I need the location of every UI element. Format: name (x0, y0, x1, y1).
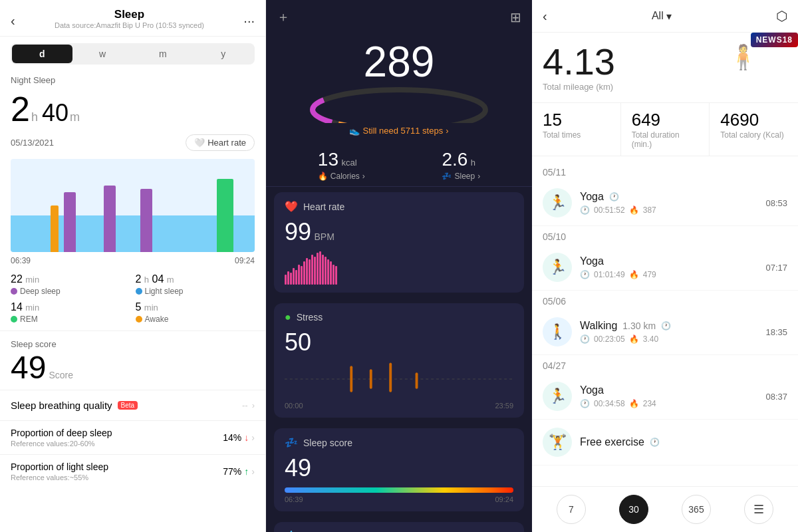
sleep-score-unit: Score (49, 370, 73, 380)
activity-item-yoga-0427[interactable]: 🏃 Yoga 🕐 00:34:58 🔥 234 08:37 (532, 374, 798, 420)
yoga-icon-wrap-0510: 🏃 (543, 253, 572, 282)
svg-rect-4 (350, 366, 352, 392)
period-tabs: d w m y (11, 43, 255, 65)
date-header-0510: 05/10 (532, 226, 798, 245)
sleep-bar-start: 06:39 (285, 495, 303, 503)
period-30-btn[interactable]: 30 (619, 495, 648, 524)
activity-name-0510: Yoga (580, 255, 604, 267)
rem-label: REM (20, 315, 38, 324)
mid-grid-icon[interactable]: ⊞ (510, 9, 521, 25)
total-times-label: Total times (543, 130, 610, 140)
left-header: ‹ Sleep Data source:Amazfit Bip U Pro (1… (0, 0, 265, 37)
activity-name-0506: Walking (580, 320, 617, 332)
calories-0510: 479 (643, 270, 656, 279)
sleep-stats: 22 min Deep sleep 2 h 04 m Light sleep 1… (0, 269, 265, 328)
more-icon[interactable]: ··· (243, 13, 255, 29)
chart-start-time: 06:39 (11, 256, 31, 265)
activity-item-exercise-0427[interactable]: 🏋️ Free exercise 🕐 (532, 420, 798, 466)
light-sleep-proportion-row[interactable]: Proportion of light sleep Reference valu… (0, 454, 265, 488)
middle-panel: ＋ ⊞ 289 👟 Still need 5711 steps › 13 kca… (266, 0, 532, 532)
clock-mini-icon-0427: 🕐 (580, 399, 590, 408)
sleep-bar-end: 09:24 (495, 495, 513, 503)
activity-name-exercise: Free exercise (580, 436, 644, 448)
mid-add-icon[interactable]: ＋ (277, 8, 290, 26)
deep-sleep-proportion-row[interactable]: Proportion of deep sleep Reference value… (0, 420, 265, 454)
up-arrow-icon: ↑ (244, 466, 249, 477)
breathing-quality-title: Sleep breathing quality (11, 400, 112, 411)
heart-rate-button[interactable]: 🤍 Heart rate (186, 134, 255, 151)
sleep-score-card-val: 49 (285, 454, 311, 481)
yoga-icon-wrap-0427: 🏃 (543, 382, 572, 411)
heart-rate-chart (285, 251, 513, 285)
activity-item-yoga-0511[interactable]: 🏃 Yoga 🕐 🕐 00:51:52 🔥 387 08:53 (532, 180, 798, 226)
awake-stat: 5 min Awake (136, 301, 255, 324)
fire-icon-0510: 🔥 (629, 270, 639, 279)
light-proportion-val: 77% (223, 466, 241, 477)
awake-val: 5 min (136, 301, 255, 313)
total-calory-fig: 4690 Total calory (Kcal) (709, 103, 798, 156)
clock-mini-icon-0506: 🕐 (580, 334, 590, 344)
stress-val: 50 (285, 329, 311, 356)
rem-val: 14 min (11, 301, 130, 313)
tab-d[interactable]: d (12, 45, 72, 63)
chevron-right-icon-2: › (251, 432, 255, 443)
walk-icon: 🚶 (549, 323, 567, 340)
time-0506: 18:35 (765, 327, 787, 337)
sleep-score-bar: 06:39 09:24 (285, 487, 513, 503)
mid-header: ＋ ⊞ (266, 0, 532, 34)
date-header-0511: 05/11 (532, 162, 798, 180)
yoga-icon-wrap: 🏃 (543, 188, 572, 217)
fire-icon-0506: 🔥 (629, 334, 639, 344)
page-title: Sleep (15, 8, 244, 21)
total-duration-fig: 649 Total duration (min.) (620, 103, 710, 156)
tab-m[interactable]: m (133, 45, 194, 63)
stress-card: ● Stress 50 00:00 23:59 (274, 303, 524, 418)
stress-end-time: 23:59 (495, 402, 513, 410)
calories-label: 🔥 Calories › (318, 172, 365, 181)
clock-icon-0511: 🕐 (609, 192, 619, 201)
heart-rate-label: Heart rate (207, 138, 246, 148)
sleep-h-unit: h (31, 110, 38, 124)
sleep-label-mid: 💤 Sleep › (442, 172, 480, 181)
period-7-btn[interactable]: 7 (557, 495, 586, 524)
total-stats: NEWS18 4.13 Total mileage (km) 🧍 (532, 33, 798, 97)
light-proportion-title: Proportion of light sleep (11, 462, 108, 472)
activity-item-walk-0506[interactable]: 🚶 Walking 1.30 km 🕐 🕐 00:23:05 🔥 3.40 18… (532, 309, 798, 355)
right-back-icon[interactable]: ‹ (543, 9, 547, 24)
calories-val: 13 (318, 149, 338, 170)
sleep-score-display: 49 Score (11, 349, 255, 386)
share-icon[interactable]: ⬡ (776, 8, 787, 24)
right-header-title[interactable]: All ▾ (652, 10, 672, 23)
svg-rect-6 (389, 362, 392, 392)
activity-item-yoga-0510[interactable]: 🏃 Yoga 🕐 01:01:49 🔥 479 07:17 (532, 245, 798, 291)
sleep-duration: 2 h 40 m (0, 86, 265, 132)
menu-btn[interactable]: ☰ (744, 495, 773, 524)
total-duration-val: 649 (632, 110, 699, 130)
still-need-label: 👟 Still need 5711 steps › (266, 126, 532, 136)
breathing-dash: -- (242, 400, 248, 410)
sleep-score-card: 💤 Sleep score 49 06:39 09:24 (274, 428, 524, 511)
awake-label: Awake (145, 315, 169, 324)
breathing-quality-row[interactable]: Sleep breathing quality Beta -- › (0, 390, 265, 420)
chevron-right-sleep: › (477, 172, 480, 181)
tab-y[interactable]: y (193, 45, 253, 63)
total-times-val: 15 (543, 110, 610, 130)
total-times-fig: 15 Total times (532, 103, 620, 156)
stress-icon: ● (285, 311, 291, 323)
calories-stat: 13 kcal 🔥 Calories › (318, 149, 365, 181)
calories-0506: 3.40 (643, 334, 658, 344)
steps-display: 289 (266, 34, 532, 83)
person-figure: 🧍 (728, 43, 758, 71)
period-365-btn[interactable]: 365 (682, 495, 711, 524)
date-header-0506: 05/06 (532, 291, 798, 309)
walk-icon-wrap: 🚶 (543, 317, 572, 346)
sleep-date-row: 05/13/2021 🤍 Heart rate (0, 132, 265, 156)
chart-end-time: 09:24 (235, 256, 255, 265)
sleep-score-label: Sleep score (11, 339, 255, 349)
deep-sleep-val: 22 min (11, 273, 130, 285)
sleep-minutes: 40 (42, 99, 68, 127)
back-icon[interactable]: ‹ (11, 13, 15, 29)
calories-0427: 234 (643, 399, 656, 408)
tab-w[interactable]: w (72, 45, 133, 63)
duration-0506: 00:23:05 (594, 334, 625, 344)
